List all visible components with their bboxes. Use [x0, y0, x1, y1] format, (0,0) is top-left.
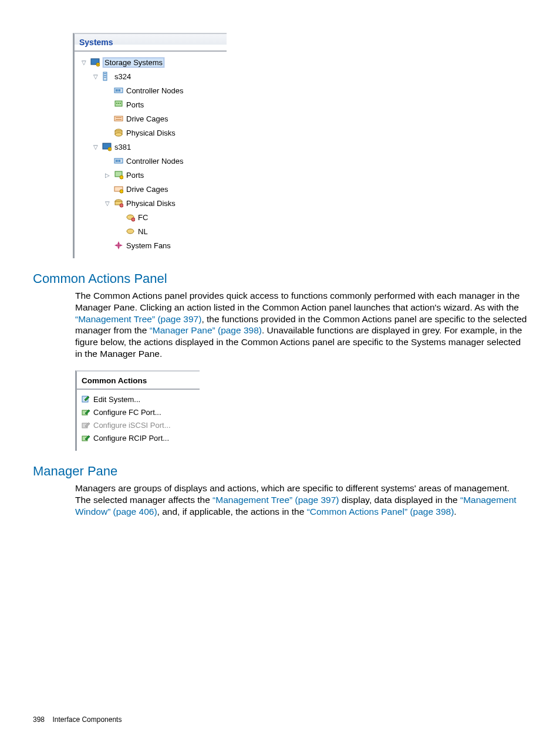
svg-point-34 [120, 204, 123, 207]
tree-item-label: Physical Disks [126, 129, 176, 137]
link-management-tree-2[interactable]: “Management Tree” (page 397) [212, 495, 339, 505]
action-label: Configure RCIP Port... [93, 434, 169, 443]
storage-systems-icon [90, 57, 100, 67]
systems-panel-title: Systems [75, 34, 227, 52]
drive-cages-warn-icon [113, 184, 124, 194]
tree-item-system-fans[interactable]: System Fans [78, 238, 223, 252]
tree-item-label: Physical Disks [126, 199, 176, 208]
disk-fc-error-icon [125, 212, 136, 222]
svg-rect-10 [119, 89, 120, 92]
system-icon [102, 71, 112, 82]
tree-item-label: Drive Cages [126, 114, 168, 123]
ports-warn-icon [113, 170, 124, 180]
page-number: 398 [33, 715, 45, 724]
tree-root-row[interactable]: ▽ Storage Systems [78, 55, 223, 69]
chevron-down-icon[interactable]: ▽ [92, 143, 99, 150]
tree-item-nl[interactable]: NL [78, 224, 223, 238]
paragraph-common-actions: The Common Actions panel provides quick … [75, 290, 527, 360]
tree-root-label: Storage Systems [103, 58, 164, 67]
svg-point-14 [120, 103, 121, 104]
action-configure-iscsi-port: Configure iSCSI Port... [80, 419, 196, 432]
link-management-tree[interactable]: “Management Tree” (page 397) [75, 314, 201, 324]
svg-point-20 [115, 133, 122, 136]
tree-item-drive-cages-warn[interactable]: Drive Cages [78, 182, 223, 196]
port-edit-disabled-icon [80, 420, 91, 431]
tree-item-label: System Fans [126, 241, 171, 250]
svg-point-36 [131, 218, 135, 221]
port-edit-icon [80, 407, 91, 418]
fan-icon [113, 240, 124, 251]
svg-rect-17 [116, 119, 122, 120]
tree-node-label: s381 [114, 143, 131, 151]
svg-rect-15 [114, 116, 123, 121]
common-actions-title: Common Actions [77, 372, 200, 390]
action-configure-rcip-port[interactable]: Configure RCIP Port... [80, 432, 196, 445]
tree-node-s324[interactable]: ▽ s324 [78, 69, 223, 83]
tree-item-ports[interactable]: Ports [78, 97, 223, 112]
action-label: Edit System... [93, 395, 140, 404]
tree-item-label: Controller Nodes [126, 157, 184, 166]
chevron-down-icon[interactable]: ▽ [104, 200, 111, 207]
svg-point-29 [120, 175, 123, 179]
svg-rect-9 [117, 89, 119, 92]
link-manager-pane[interactable]: “Manager Pane” (page 398) [150, 325, 262, 335]
disk-nl-icon [125, 226, 136, 237]
paragraph-manager-pane: Managers are groups of displays and acti… [75, 482, 527, 517]
port-edit-icon [80, 433, 91, 444]
svg-rect-5 [104, 75, 106, 76]
svg-rect-26 [117, 160, 119, 162]
tree-item-drive-cages[interactable]: Drive Cages [78, 112, 223, 126]
tree-item-label: Ports [126, 171, 144, 180]
tree-node-label: s324 [114, 72, 131, 81]
physical-disks-error-icon [113, 198, 124, 208]
chevron-right-icon[interactable]: ▷ [104, 171, 111, 178]
physical-disks-icon [113, 127, 124, 138]
tree-node-s381[interactable]: ▽ s381 [78, 140, 223, 154]
tree-item-physical-disks-parent[interactable]: ▽ Physical Disks [78, 196, 223, 210]
systems-tree-panel: Systems ▽ Storage Systems ▽ s324 [73, 33, 227, 258]
drive-cages-icon [113, 113, 124, 124]
svg-rect-27 [119, 160, 120, 162]
footer-section-label: Interface Components [52, 715, 122, 724]
svg-rect-8 [116, 89, 117, 92]
action-label: Configure FC Port... [93, 408, 161, 417]
action-label: Configure iSCSI Port... [93, 421, 171, 430]
tree-item-label: Controller Nodes [126, 86, 184, 95]
tree-item-fc[interactable]: FC [78, 210, 223, 224]
chevron-down-icon[interactable]: ▽ [92, 73, 99, 80]
controller-nodes-icon [113, 156, 124, 166]
tree-item-ports-parent[interactable]: ▷ Ports [78, 168, 223, 182]
tree-item-label: FC [138, 213, 148, 222]
svg-point-38 [117, 244, 120, 247]
svg-point-13 [118, 103, 119, 104]
tree-item-controller-nodes[interactable]: Controller Nodes [78, 154, 223, 168]
page-footer: 398 Interface Components [33, 715, 122, 724]
svg-rect-6 [104, 77, 106, 77]
svg-point-31 [120, 190, 123, 193]
svg-rect-23 [109, 148, 110, 150]
ports-icon [113, 99, 124, 110]
edit-icon [80, 394, 91, 405]
svg-rect-4 [104, 73, 106, 74]
link-common-actions-panel[interactable]: “Common Actions Panel” (page 398) [307, 507, 454, 517]
heading-manager-pane: Manager Pane [33, 464, 527, 479]
tree-item-label: Drive Cages [126, 185, 168, 194]
chevron-down-icon[interactable]: ▽ [80, 59, 87, 66]
svg-rect-2 [97, 64, 99, 65]
tree-item-label: NL [138, 227, 148, 236]
common-actions-panel: Common Actions Edit System... Configure … [75, 370, 200, 451]
tree-item-label: Ports [126, 100, 144, 109]
svg-point-12 [116, 103, 117, 104]
heading-common-actions-panel: Common Actions Panel [33, 271, 527, 286]
action-configure-fc-port[interactable]: Configure FC Port... [80, 406, 196, 419]
tree-item-controller-nodes[interactable]: Controller Nodes [78, 83, 223, 97]
action-edit-system[interactable]: Edit System... [80, 393, 196, 406]
controller-nodes-icon [113, 85, 124, 96]
svg-point-37 [127, 229, 134, 234]
system-warn-icon [102, 141, 112, 152]
svg-rect-16 [116, 117, 122, 118]
svg-rect-25 [116, 160, 117, 162]
tree-item-physical-disks[interactable]: Physical Disks [78, 126, 223, 140]
